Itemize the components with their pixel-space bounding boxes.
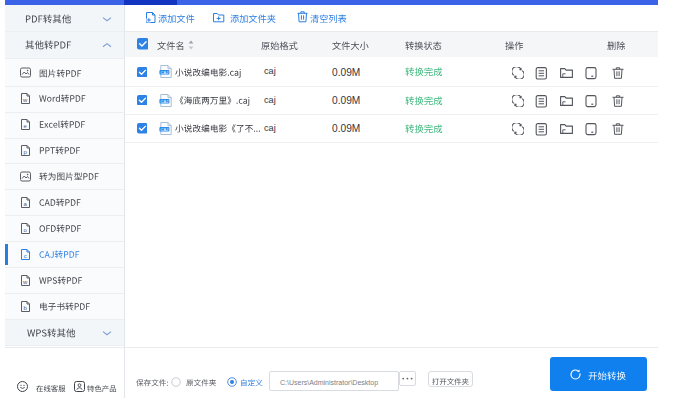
svg-text:CAJ: CAJ [160, 70, 168, 75]
svg-text:a: a [24, 200, 28, 206]
svg-text:w: w [22, 278, 28, 284]
svg-text:p: p [24, 149, 28, 155]
svg-text:b: b [24, 304, 28, 310]
svg-text:CAJ: CAJ [160, 126, 168, 131]
svg-text:w: w [22, 97, 28, 103]
svg-text:o: o [24, 226, 28, 232]
svg-text:CAJ: CAJ [160, 98, 168, 103]
svg-text:c: c [24, 252, 27, 258]
svg-text:e: e [24, 123, 28, 129]
